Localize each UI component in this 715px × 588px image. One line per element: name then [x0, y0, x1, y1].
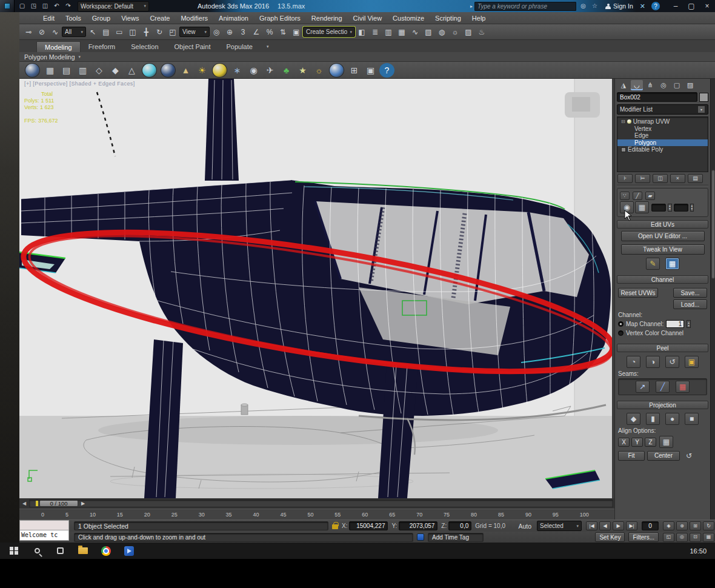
detail-view-icon[interactable]: ▥	[75, 63, 90, 78]
menu-rendering[interactable]: Rendering	[306, 13, 348, 23]
containers-icon[interactable]: ▣	[363, 63, 378, 78]
zoom-extents-icon[interactable]: ⊞	[690, 521, 701, 530]
list-view-icon[interactable]: ▤	[59, 63, 74, 78]
select-and-scale-icon[interactable]: ◰	[167, 26, 179, 38]
spin-down-icon[interactable]: ▾	[691, 207, 693, 210]
polygon-modeling-panel-header[interactable]: Polygon Modeling▾	[19, 52, 715, 62]
material-editor-icon[interactable]: ◍	[436, 26, 448, 38]
rollout-header-projection[interactable]: Projection	[617, 401, 708, 409]
spinner-arrows-icon[interactable]: ▴▾	[690, 204, 694, 212]
reset-peel-icon[interactable]: ↺	[665, 356, 679, 368]
zoom-view-icon[interactable]: ⊕	[676, 521, 688, 530]
center-button[interactable]: Center	[647, 451, 680, 461]
toggle-scene-explorer-icon[interactable]: ▥	[382, 26, 394, 38]
workspace-selector[interactable]: Workspace: Default▾	[78, 1, 149, 12]
percent-snap-icon[interactable]: %	[264, 26, 276, 38]
shrink-spinner[interactable]	[674, 204, 688, 212]
track-bar[interactable]: 0510152025303540455055606570758085909510…	[19, 509, 614, 520]
show-end-result-icon[interactable]: ⊨	[635, 174, 650, 183]
task-view-button[interactable]	[48, 543, 72, 559]
swift-loop-icon[interactable]: △	[124, 63, 139, 78]
sphere-cyan-icon[interactable]	[142, 63, 157, 78]
configure-modifier-sets-icon[interactable]: ▤	[688, 174, 703, 183]
rollout-header-peel[interactable]: Peel	[617, 344, 708, 352]
help-icon[interactable]: ?	[651, 2, 660, 10]
time-slider-handle[interactable]: 0 / 100	[39, 500, 78, 507]
save-uvs-button[interactable]: Save...	[673, 288, 707, 298]
quick-peel-icon[interactable]: ◔	[627, 356, 640, 368]
time-slider-track[interactable]: 0 / 100 ▶	[29, 499, 613, 507]
load-uvs-button[interactable]: Load...	[673, 299, 707, 309]
cylindrical-map-icon[interactable]: ▮	[646, 413, 660, 425]
angle-snap-icon[interactable]: ∠	[250, 26, 262, 38]
motion-tab-icon[interactable]: ◎	[657, 80, 670, 90]
go-to-start-icon[interactable]: |◀	[586, 521, 597, 530]
pin-stack-icon[interactable]: ⊦	[617, 174, 633, 183]
menu-group[interactable]: Group	[87, 13, 116, 23]
select-object-icon[interactable]: ↖	[87, 26, 99, 38]
viewport-label[interactable]: [+] [Perspective] [Shaded + Edged Faces]	[24, 81, 135, 87]
menu-views[interactable]: Views	[116, 13, 144, 23]
stack-item-unwrap-uvw[interactable]: ⊟Unwrap UVW	[617, 118, 708, 125]
falloff-grid-icon[interactable]: ▦	[635, 201, 649, 213]
align-y-button[interactable]: Y	[631, 438, 643, 447]
uv-grid-icon[interactable]: ▦	[665, 258, 679, 270]
menu-tools[interactable]: Tools	[60, 13, 87, 23]
spinner-arrows-icon[interactable]: ▴▾	[668, 204, 672, 212]
tab-selection[interactable]: Selection	[123, 41, 166, 52]
grow-spinner[interactable]	[651, 204, 666, 212]
light-sun-icon[interactable]: ☀	[195, 63, 210, 78]
map-channel-radio[interactable]	[618, 321, 624, 327]
next-frame-icon[interactable]: ▶|	[626, 521, 637, 530]
create-tab-icon[interactable]: ◮	[617, 80, 630, 90]
fit-button[interactable]: Fit	[618, 451, 645, 461]
save-file-icon[interactable]: ◫	[40, 1, 50, 12]
hierarchy-tab-icon[interactable]: ⋔	[644, 80, 656, 90]
play-animation-icon[interactable]: ▶	[613, 521, 624, 530]
select-by-name-icon[interactable]: ▤	[100, 26, 112, 38]
make-unique-icon[interactable]: ◫	[653, 174, 668, 183]
select-and-manipulate-icon[interactable]: ⊕	[224, 26, 236, 38]
sun-2-icon[interactable]: ☼	[311, 63, 327, 78]
peel-mode-icon[interactable]: ◑	[646, 356, 660, 368]
remove-modifier-icon[interactable]: ×	[670, 174, 685, 183]
polygon-sub-icon[interactable]: ▰	[645, 192, 655, 200]
start-button[interactable]	[2, 543, 25, 559]
key-filters-button[interactable]: Filters...	[628, 532, 659, 542]
media-player[interactable]	[118, 543, 141, 559]
map-channel-spinner[interactable]: 1	[666, 320, 684, 328]
open-file-icon[interactable]: ◳	[28, 1, 39, 12]
x-coordinate-field[interactable]: 15004,227	[349, 521, 388, 530]
modifier-enabled-bulb-icon[interactable]	[627, 119, 631, 124]
spin-down-icon[interactable]: ▾	[669, 207, 671, 210]
box-map-icon[interactable]: ■	[685, 413, 699, 425]
render-production-icon[interactable]: ♨	[476, 26, 488, 38]
vertex-sub-icon[interactable]: ∵	[620, 192, 630, 200]
menu-animation[interactable]: Animation	[213, 13, 254, 23]
tab-object-paint[interactable]: Object Paint	[167, 41, 219, 52]
listener-script-line[interactable]: Welcome tc	[19, 530, 69, 541]
spherical-map-icon[interactable]: ●	[665, 413, 679, 425]
schematic-view-icon[interactable]: ▧	[422, 26, 434, 38]
select-and-rotate-icon[interactable]: ↻	[153, 26, 165, 38]
next-frame-arrow-icon[interactable]: ▶	[79, 501, 87, 506]
window-crossing-toggle-icon[interactable]: ◫	[127, 26, 139, 38]
maximize-button-icon[interactable]: ▢	[684, 0, 699, 12]
utilities-tab-icon[interactable]: ▨	[684, 80, 696, 90]
minimize-button-icon[interactable]: –	[668, 0, 683, 12]
object-color-swatch[interactable]	[699, 93, 708, 102]
y-coordinate-field[interactable]: 2073,057	[399, 521, 437, 530]
toggle-ribbon-icon[interactable]: ▦	[396, 26, 408, 38]
reset-projection-icon[interactable]: ↺	[683, 450, 695, 461]
paint-cursor-icon[interactable]: ◉	[246, 63, 261, 78]
open-uv-editor-button[interactable]: Open UV Editor ...	[621, 231, 705, 241]
display-tab-icon[interactable]: ▢	[671, 80, 683, 90]
select-and-move-icon[interactable]: ╋	[140, 26, 152, 38]
previous-frame-arrow-icon[interactable]: ◀	[21, 501, 28, 506]
snaps-toggle-icon[interactable]: 3	[237, 26, 249, 38]
selection-filter[interactable]: All▾	[62, 27, 86, 37]
pan-view-icon[interactable]: ◈	[663, 521, 674, 530]
rectangular-selection-region-icon[interactable]: ▭	[113, 26, 125, 38]
expand-selection-to-seam-icon[interactable]: ▦	[676, 381, 690, 393]
align-icon[interactable]: ≣	[369, 26, 381, 38]
